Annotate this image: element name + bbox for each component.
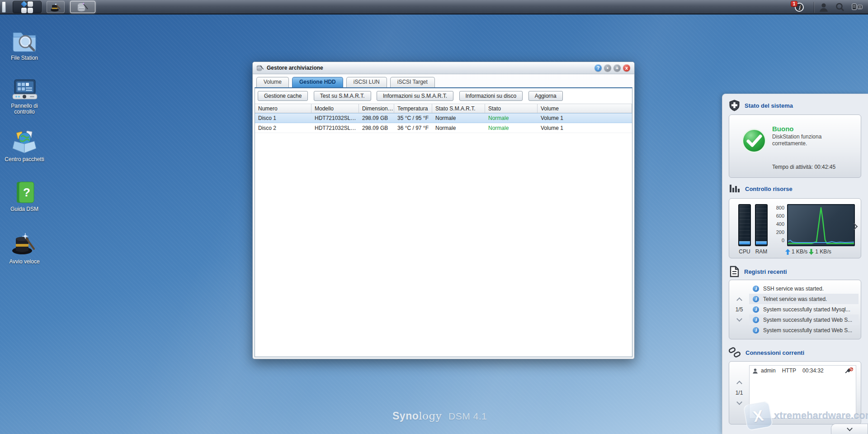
- ram-gauge: [755, 204, 768, 246]
- taskbar-quick-start-button[interactable]: [47, 1, 65, 13]
- file-station-icon: [10, 27, 38, 53]
- log-text: System successfully started Web S...: [763, 317, 852, 323]
- log-row[interactable]: i System successfully started Web S...: [749, 315, 859, 325]
- desktop-icon-label: Centro pacchetti: [3, 157, 46, 162]
- bar-chart-icon: [729, 184, 741, 194]
- taskbar-divider: [814, 2, 814, 13]
- magic-hat-icon: [50, 2, 61, 12]
- table-row-disk-2[interactable]: Disco 2 HDT721032SLA360 298.09 GB 36 °C …: [255, 123, 632, 133]
- pilot-view-icon: [852, 3, 863, 12]
- col-header-modello[interactable]: Modello: [311, 104, 359, 113]
- connection-row[interactable]: admin HTTP 00:34:32: [750, 366, 856, 376]
- connections-panel: 1/1 admin HTTP 00:34:32: [729, 361, 861, 424]
- sidebar-collapse-button[interactable]: [831, 424, 868, 434]
- window-close-button[interactable]: x: [623, 64, 630, 72]
- logs-page-down[interactable]: [736, 316, 742, 322]
- col-header-volume[interactable]: Volume: [538, 104, 632, 113]
- dsm-watermark: Synology DSM 4.1: [392, 410, 487, 422]
- col-header-dimensioni[interactable]: Dimensioni di...: [359, 104, 394, 113]
- smart-test-button[interactable]: Test su S.M.A.R.T.: [314, 91, 371, 101]
- col-header-numero[interactable]: Numero: [255, 104, 311, 113]
- info-icon: i: [753, 286, 759, 292]
- window-help-button[interactable]: ?: [594, 64, 602, 72]
- cell-volume: Volume 1: [538, 125, 632, 131]
- taskbar: 1 i: [0, 0, 868, 14]
- main-menu-icon: [21, 1, 33, 13]
- log-row[interactable]: i System successfully started Mysql...: [749, 304, 859, 315]
- logs-page-indicator: 1/5: [736, 306, 743, 313]
- col-header-stato-smart[interactable]: Stato S.M.A.R.T.: [432, 104, 485, 113]
- connections-page-down[interactable]: [736, 399, 742, 405]
- log-text: SSH service was started.: [763, 286, 824, 292]
- window-titlebar[interactable]: Gestore archiviazione ? • + x: [253, 62, 634, 74]
- package-center-icon: [11, 130, 38, 155]
- connection-protocol: HTTP: [782, 367, 796, 374]
- desktop-icon-quick-start[interactable]: Avvio veloce: [3, 232, 46, 265]
- info-icon: i: [753, 296, 759, 302]
- upload-rate: 1 KB/s: [792, 248, 807, 255]
- table-header-row: Numero Modello Dimensioni di... Temperat…: [255, 104, 632, 113]
- axis-tick-600: 600: [773, 213, 784, 219]
- taskbar-storage-manager-button[interactable]: [70, 1, 95, 13]
- window-minimize-button[interactable]: •: [604, 64, 611, 72]
- log-list: i SSH service was started. i Telnet serv…: [749, 283, 859, 335]
- log-row[interactable]: i System successfully started Web S...: [749, 325, 859, 335]
- window-maximize-button[interactable]: +: [613, 64, 621, 72]
- desktop-icon-dsm-help[interactable]: ? Guida DSM: [3, 181, 46, 212]
- smart-info-button[interactable]: Informazioni su S.M.A.R.T.: [377, 91, 453, 101]
- cell-smart: Normale: [432, 125, 485, 131]
- log-text: Telnet service was started.: [763, 296, 827, 302]
- show-desktop-button[interactable]: [2, 1, 6, 13]
- table-row-disk-1[interactable]: Disco 1 HDT721032SLA360 298.09 GB 35 °C …: [255, 113, 632, 123]
- refresh-button[interactable]: Aggiorna: [528, 91, 563, 101]
- axis-tick-0: 0: [773, 238, 784, 243]
- search-button[interactable]: [835, 2, 845, 12]
- shield-health-icon: [729, 100, 740, 111]
- cell-numero: Disco 1: [255, 115, 311, 121]
- tab-iscsi-lun[interactable]: iSCSI LUN: [346, 77, 387, 88]
- dsm-version: DSM 4.1: [448, 411, 487, 421]
- connections-page-up[interactable]: [736, 381, 742, 386]
- log-text: System successfully started Mysql...: [763, 306, 850, 313]
- resource-monitor-title: Controllo risorse: [745, 186, 793, 192]
- log-document-icon: [729, 266, 740, 277]
- main-menu-button[interactable]: [13, 1, 42, 13]
- desktop-icon-control-panel[interactable]: Pannello di controllo: [3, 78, 46, 115]
- recent-logs-header: Registri recenti: [729, 266, 787, 277]
- system-status-description: DiskStation funziona correttamente.: [772, 134, 851, 147]
- recent-logs-panel: 1/5 i SSH service was started. i Telnet …: [729, 280, 861, 339]
- pilot-view-button[interactable]: [852, 2, 863, 12]
- logs-page-up[interactable]: [736, 297, 742, 303]
- kill-connection-icon[interactable]: [845, 367, 853, 374]
- tab-gestione-hdd[interactable]: Gestione HDD: [292, 77, 343, 88]
- system-status-title: Stato del sistema: [745, 102, 793, 109]
- system-status-value: Buono: [772, 125, 851, 133]
- log-row[interactable]: i Telnet service was started.: [749, 294, 859, 304]
- storage-manager-window: Gestore archiviazione ? • + x Volume Ges…: [252, 62, 635, 359]
- axis-tick-400: 400: [773, 221, 784, 227]
- col-header-temperatura[interactable]: Temperatura: [394, 104, 432, 113]
- person-icon: [819, 2, 829, 12]
- tab-iscsi-target[interactable]: iSCSI Target: [390, 77, 435, 88]
- tab-strip: Volume Gestione HDD iSCSI LUN iSCSI Targ…: [256, 77, 435, 88]
- upload-arrow-icon: [785, 249, 790, 255]
- col-header-stato[interactable]: Stato: [485, 104, 538, 113]
- desktop-icon-label: Guida DSM: [3, 206, 46, 212]
- cache-management-button[interactable]: Gestione cache: [258, 91, 308, 101]
- connection-user: admin: [761, 367, 776, 374]
- axis-tick-800: 800: [773, 205, 784, 210]
- disk-info-button[interactable]: Informazioni su disco: [459, 91, 523, 101]
- user-options-button[interactable]: [818, 2, 829, 12]
- tab-volume[interactable]: Volume: [256, 77, 289, 88]
- info-icon: i: [753, 327, 759, 334]
- cell-numero: Disco 2: [255, 125, 311, 131]
- network-rates: 1 KB/s 1 KB/s: [785, 248, 831, 255]
- desktop-icon-file-station[interactable]: File Station: [3, 27, 46, 61]
- window-title: Gestore archiviazione: [267, 65, 323, 71]
- desktop-icon-package-center[interactable]: Centro pacchetti: [3, 130, 46, 162]
- connections-list: admin HTTP 00:34:32: [749, 365, 856, 419]
- search-icon: [835, 2, 845, 12]
- log-row[interactable]: i SSH service was started.: [749, 283, 859, 294]
- window-content: Gestione cache Test su S.M.A.R.T. Inform…: [255, 87, 632, 357]
- log-text: System successfully started Web S...: [763, 327, 852, 334]
